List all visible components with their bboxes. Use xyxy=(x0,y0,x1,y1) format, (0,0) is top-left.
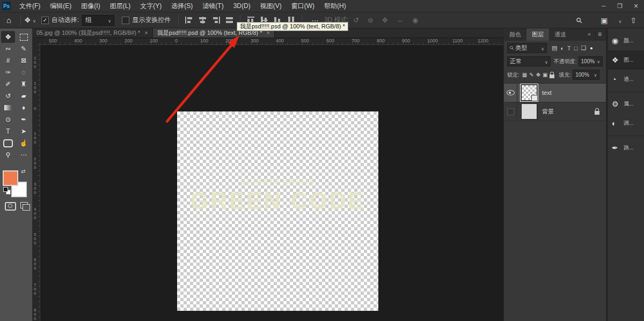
eyedropper-tool[interactable]: ✑ xyxy=(1,66,15,78)
layer-row[interactable]: 背景 xyxy=(504,102,606,121)
menu-item-1[interactable]: 文件(F) xyxy=(14,0,45,12)
menu-item-8[interactable]: 3D(D) xyxy=(229,0,255,12)
dodge-tool[interactable]: ⊙ xyxy=(1,114,15,125)
filter-smart-objects-icon[interactable]: ❏ xyxy=(581,44,586,51)
more-tools[interactable]: ⋯ xyxy=(17,149,31,161)
restore-button[interactable]: ❐ xyxy=(612,0,628,12)
menu-item-5[interactable]: 文字(Y) xyxy=(135,0,166,12)
history-brush-tool[interactable]: ↺ xyxy=(1,90,15,102)
tab-close-icon[interactable]: × xyxy=(144,29,148,36)
dock-properties-icon: ⚙ xyxy=(612,100,624,108)
ruler-tick-label: 600 xyxy=(326,38,334,43)
blend-mode-select[interactable]: 正常 xyxy=(507,56,551,66)
menu-item-3[interactable]: 图像(I) xyxy=(76,0,105,12)
dock-paths[interactable]: ✒路... xyxy=(608,136,644,158)
minimize-button[interactable]: ─ xyxy=(596,0,612,12)
lock-position-icon[interactable]: ✥ xyxy=(536,72,540,78)
chevron-down-icon[interactable] xyxy=(31,17,36,24)
layer-thumbnail[interactable] xyxy=(521,85,537,101)
align-left-icon[interactable] xyxy=(185,17,193,24)
dock-adjustments[interactable]: ◐调... xyxy=(608,114,644,133)
panel-tab-图层[interactable]: 图层 xyxy=(526,28,549,41)
default-colors-icon[interactable] xyxy=(3,187,11,195)
dock-layers[interactable]: ❖图... xyxy=(608,50,644,70)
show-transform-checkbox[interactable] xyxy=(122,17,129,24)
align-edges-icon[interactable] xyxy=(225,17,233,24)
auto-select-target-dropdown[interactable]: 组 xyxy=(82,15,114,26)
menu-item-6[interactable]: 选择(S) xyxy=(166,0,197,12)
filter-type-layers-icon[interactable]: T xyxy=(567,45,571,51)
expand-panels-icon[interactable]: » xyxy=(588,28,593,41)
ruler-tick-label: 100 xyxy=(34,81,38,94)
layer-visibility-toggle[interactable] xyxy=(504,102,517,121)
panel-tab-通道[interactable]: 通道 xyxy=(549,28,572,41)
brush-tool[interactable]: ✐ xyxy=(1,78,15,90)
opacity-select[interactable]: 100% xyxy=(579,56,603,66)
eraser-tool[interactable]: ▰ xyxy=(17,90,31,102)
menu-item-11[interactable]: 帮助(H) xyxy=(319,0,351,12)
dock-properties[interactable]: ⚙属... xyxy=(608,92,644,114)
search-icon[interactable]: ⚲ xyxy=(574,15,584,25)
horizontal-ruler[interactable]: 5004003002001000100200300400500600700800… xyxy=(40,38,503,45)
healing-brush-tool[interactable]: ◌ xyxy=(17,66,31,78)
path-selection-tool[interactable]: ➤ xyxy=(17,125,31,137)
menu-item-4[interactable]: 图层(L) xyxy=(105,0,136,12)
frame-tool-icon: ⊠ xyxy=(21,57,26,64)
fill-select[interactable]: 100% xyxy=(573,70,599,80)
filter-shape-layers-icon[interactable]: □ xyxy=(574,45,578,51)
marquee-tool[interactable] xyxy=(17,31,31,43)
swap-colors-icon[interactable]: ⇄ xyxy=(21,168,25,174)
lasso-tool[interactable]: ∾ xyxy=(1,43,15,55)
vertical-ruler[interactable]: 2001000100200300400500600700800 xyxy=(32,44,40,321)
layer-thumbnail[interactable] xyxy=(521,103,537,120)
menu-item-7[interactable]: 滤镜(T) xyxy=(197,0,228,12)
workspace-switcher-icon[interactable]: ▣ xyxy=(592,16,621,25)
quick-selection-tool[interactable]: ✎ xyxy=(17,43,31,55)
panel-menu-icon[interactable]: ≡ xyxy=(595,28,606,41)
align-center-horizontal-icon[interactable] xyxy=(199,17,207,24)
filter-pixel-layers-icon[interactable]: ▤ xyxy=(552,44,557,51)
crop-tool-icon: # xyxy=(6,57,10,64)
share-icon[interactable]: ⇧ xyxy=(630,16,636,25)
move-tool[interactable]: ✥ xyxy=(1,31,15,43)
layer-filter-search[interactable]: ⚲类型 xyxy=(507,43,547,53)
home-icon[interactable]: ⌂ xyxy=(6,16,11,25)
lock-image-pixels-icon[interactable]: ✎ xyxy=(529,72,533,78)
lock-artboard-icon[interactable]: ▣ xyxy=(543,72,547,78)
menu-item-9[interactable]: 视图(V) xyxy=(255,0,287,12)
lock-transparent-pixels-icon[interactable]: ▦ xyxy=(522,72,527,78)
shape-tool[interactable] xyxy=(1,137,15,149)
hand-tool[interactable]: ☝ xyxy=(17,137,31,149)
menu-item-2[interactable]: 编辑(E) xyxy=(45,0,76,12)
crop-tool[interactable]: # xyxy=(1,55,15,66)
screen-mode-button[interactable] xyxy=(20,202,28,208)
document-tab-1[interactable]: 05.jpg @ 100% (我是psd!!!!!, RGB/8#) *× xyxy=(32,28,153,38)
layer-row[interactable]: text xyxy=(504,84,606,102)
quick-mask-button[interactable] xyxy=(5,202,16,211)
lock-all-icon[interactable] xyxy=(550,74,554,78)
layer-name[interactable]: 背景 xyxy=(542,108,554,116)
move-tool-preset-icon[interactable]: ✥ xyxy=(25,16,31,24)
close-button[interactable]: ✕ xyxy=(628,0,644,12)
dock-channels[interactable]: ◔通... xyxy=(608,70,644,89)
layer-name[interactable]: text xyxy=(542,89,552,96)
frame-tool[interactable]: ⊠ xyxy=(17,55,31,66)
pen-tool[interactable]: ✒ xyxy=(17,114,31,125)
blur-tool[interactable]: ♦ xyxy=(17,102,31,114)
lock-row: 锁定: ▦✎✥▣ 填充: 100% xyxy=(504,69,606,83)
filter-adjustment-layers-icon[interactable]: ◐ xyxy=(560,45,564,51)
panel-tab-颜色[interactable]: 颜色 xyxy=(504,28,526,41)
foreground-swatch[interactable] xyxy=(3,170,18,186)
gradient-tool[interactable] xyxy=(1,102,15,114)
clone-stamp-tool[interactable]: ♜ xyxy=(17,78,31,90)
align-right-icon[interactable] xyxy=(212,17,220,24)
layer-visibility-toggle[interactable] xyxy=(504,84,517,102)
auto-select-checkbox[interactable] xyxy=(41,17,49,24)
dock-color[interactable]: ◉颜... xyxy=(608,31,644,50)
type-tool[interactable]: T xyxy=(1,125,15,137)
canvas-title-text: GREEN CODE xyxy=(177,188,378,214)
menu-item-10[interactable]: 窗口(W) xyxy=(287,0,319,12)
filter-toggle-icon[interactable]: ● xyxy=(590,46,592,51)
canvas[interactable]: CLIMATE CRISIS GREEN CODE xyxy=(177,111,378,311)
zoom-tool[interactable]: ⚲ xyxy=(1,149,15,161)
